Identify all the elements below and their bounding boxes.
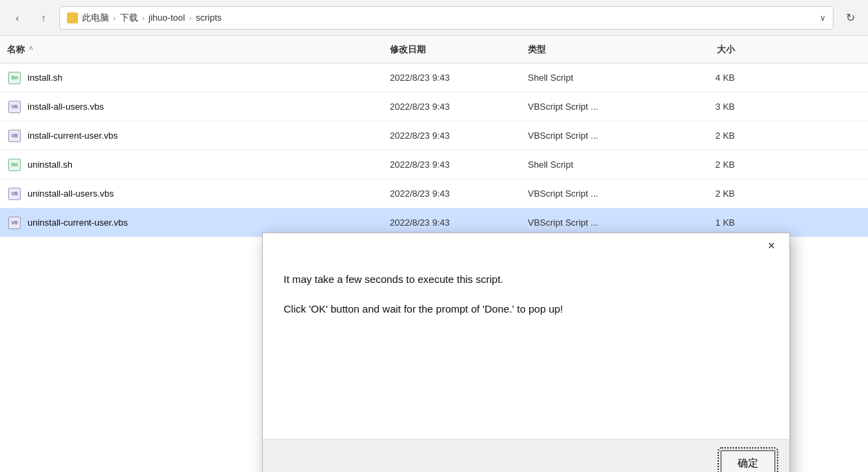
file-list-container: 名称 ^ 修改日期 类型 大小 SH install.sh 2022/8/23 … bbox=[0, 36, 868, 472]
modal-overlay: × It may take a few seconds to execute t… bbox=[0, 36, 868, 472]
modal-title-bar: × bbox=[263, 233, 789, 258]
modal-close-button[interactable]: × bbox=[762, 236, 781, 255]
folder-icon bbox=[67, 12, 78, 23]
dialog-line2: Click 'OK' button and wait for the promp… bbox=[284, 302, 769, 317]
modal-footer: 确定 bbox=[263, 439, 789, 472]
breadcrumb-sep-3: › bbox=[189, 14, 192, 22]
dialog-line1: It may take a few seconds to execute thi… bbox=[284, 272, 769, 288]
breadcrumb-thispc-label: 此电脑 bbox=[82, 12, 109, 24]
breadcrumb-jihuo: jihuo-tool bbox=[148, 12, 185, 23]
breadcrumb-scripts: scripts bbox=[196, 12, 222, 23]
nav-up-button[interactable]: ↑ bbox=[33, 8, 54, 28]
modal-body: It may take a few seconds to execute thi… bbox=[263, 258, 789, 439]
address-bar: ‹ ↑ install.sh 此电脑 › 下载 › jihuo-tool › s… bbox=[0, 0, 868, 36]
modal-dialog: × It may take a few seconds to execute t… bbox=[262, 233, 790, 472]
breadcrumb-sep-1: › bbox=[113, 14, 116, 22]
nav-back-button[interactable]: ‹ bbox=[7, 8, 28, 28]
breadcrumb-sep-2: › bbox=[142, 14, 145, 22]
ok-button[interactable]: 确定 bbox=[720, 450, 776, 473]
breadcrumb-downloads: 下载 bbox=[120, 12, 138, 24]
breadcrumb-dropdown-icon[interactable]: ∨ bbox=[820, 13, 826, 23]
breadcrumb-bar[interactable]: install.sh 此电脑 › 下载 › jihuo-tool › scrip… bbox=[59, 6, 834, 30]
refresh-button[interactable]: ↻ bbox=[839, 7, 861, 29]
